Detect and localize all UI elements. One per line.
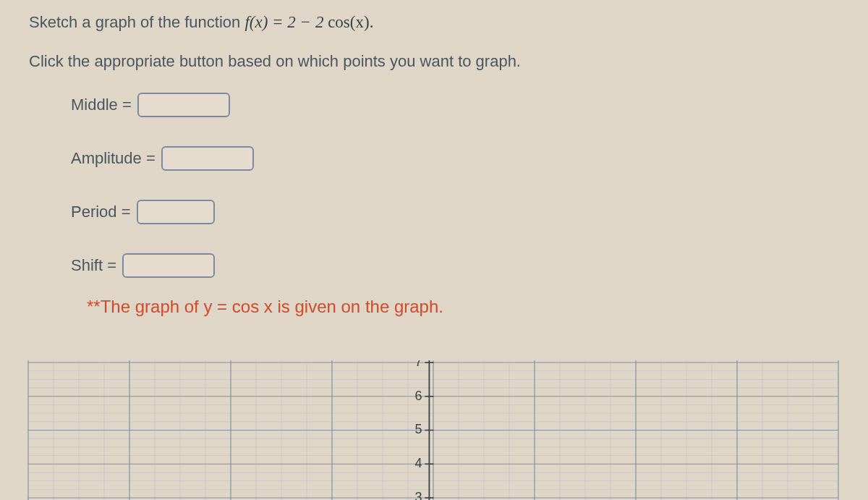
shift-input[interactable] [122, 253, 215, 278]
period-input[interactable] [137, 200, 215, 224]
middle-label: Middle = [71, 96, 132, 114]
middle-row: Middle = [71, 93, 839, 117]
amplitude-row: Amplitude = [71, 146, 839, 171]
problem-statement: Sketch a graph of the function f(x) = 2 … [29, 13, 839, 32]
graph-hint: **The graph of y = cos x is given on the… [87, 297, 839, 317]
svg-text:4: 4 [414, 456, 422, 470]
svg-text:5: 5 [414, 422, 422, 436]
shift-label: Shift = [71, 256, 116, 275]
svg-text:3: 3 [414, 490, 422, 500]
problem-equation: f(x) = 2 − 2 cos(x). [244, 13, 373, 31]
period-row: Period = [71, 200, 839, 224]
amplitude-label: Amplitude = [71, 149, 156, 168]
svg-text:6: 6 [414, 389, 422, 403]
period-label: Period = [71, 203, 131, 221]
problem-prefix: Sketch a graph of the function [29, 13, 244, 31]
shift-row: Shift = [71, 253, 839, 278]
svg-text:7: 7 [414, 360, 422, 369]
instruction-text: Click the appropriate button based on wh… [29, 52, 839, 71]
amplitude-input[interactable] [161, 146, 254, 171]
graph-svg: 76543 [27, 360, 839, 500]
middle-input[interactable] [137, 93, 230, 117]
graph-area[interactable]: 76543 [27, 360, 839, 500]
